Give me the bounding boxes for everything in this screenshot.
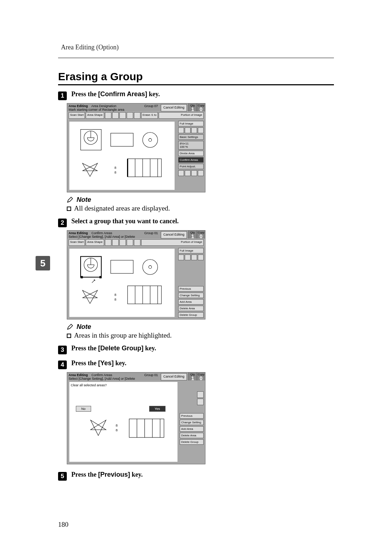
freehand-icon[interactable]	[134, 112, 140, 119]
svg-text:8: 8	[116, 423, 118, 427]
ss2-cancel-editing-button[interactable]: Cancel Editing	[161, 231, 187, 239]
ss2-area-shape-button[interactable]: Area Shape	[86, 239, 104, 246]
scroll-down-icon[interactable]	[197, 399, 204, 405]
svg-text:8: 8	[114, 293, 116, 297]
step3-suffix: key.	[143, 345, 156, 352]
ss2-delete-area-button[interactable]: Delete Area	[178, 306, 204, 311]
ss1-app-title: Area Editing	[69, 104, 88, 108]
ss1-copy-counter: Copy 0	[197, 103, 205, 111]
arrow-left-icon[interactable]	[178, 127, 184, 133]
arrow-down-icon[interactable]	[185, 254, 191, 260]
ss3-delete-area-button[interactable]: Delete Area	[180, 433, 204, 438]
ss2-copy-counter: Copy 0	[197, 231, 205, 239]
ss1-canvas[interactable]: 8 8	[69, 122, 175, 190]
step1-prefix: Press the	[72, 90, 98, 98]
polygon-icon	[127, 239, 133, 246]
header-rule	[58, 58, 334, 58]
ss2-mode: Confirm Areas	[91, 231, 112, 235]
note-1: All designated areas are displayed.	[67, 204, 334, 212]
ss3-mode: Confirm Areas	[91, 373, 112, 377]
ss1-full-image-button[interactable]: Full Image	[178, 121, 204, 126]
canvas-drawing-icon: 8 8	[69, 413, 177, 462]
step1-key: [Confirm Areas]	[98, 90, 147, 98]
step5-key: [Previous]	[98, 471, 130, 478]
oval-icon[interactable]	[119, 112, 126, 119]
step-number-icon: 2	[58, 219, 67, 227]
rounded-icon[interactable]	[112, 112, 119, 119]
svg-marker-23	[82, 290, 97, 304]
ss3-copy-counter: Copy 0	[197, 372, 205, 380]
ss2-group: Group 01	[143, 231, 159, 239]
step1-suffix: key.	[147, 90, 160, 98]
ss2-side-panel: Full Image Previous Change Setting Add A…	[177, 247, 205, 319]
ss2-portion-label: Portion of Image	[141, 239, 204, 246]
ss1-hint: Mark starting corner of Rectangle area	[69, 108, 124, 111]
ss1-mode: Area Designation	[91, 104, 117, 108]
adjust-down-icon[interactable]	[185, 170, 191, 176]
step-number-icon: 3	[58, 346, 67, 354]
ss3-app-title: Area Editing	[69, 373, 88, 377]
section-title: Erasing a Group	[58, 70, 334, 83]
note-heading-1: Note	[67, 196, 334, 204]
ss1-scan-start-button[interactable]: Scan Start	[69, 112, 85, 119]
adjust-left-icon[interactable]	[178, 170, 184, 176]
ss3-change-setting-button[interactable]: Change Setting	[180, 420, 204, 425]
ss2-previous-button[interactable]: Previous	[178, 286, 204, 292]
scroll-up-icon[interactable]	[197, 391, 204, 398]
adjust-up-icon[interactable]	[191, 170, 197, 176]
arrow-right-icon[interactable]	[198, 127, 204, 133]
svg-point-22	[149, 265, 152, 268]
note-heading-2: Note	[67, 323, 334, 331]
step5-suffix: key.	[130, 471, 143, 478]
adjust-right-icon[interactable]	[198, 170, 204, 176]
ss1-qty-counter: Qty. 1	[188, 103, 197, 111]
svg-text:8: 8	[114, 166, 116, 170]
ss2-full-image-button[interactable]: Full Image	[178, 248, 204, 253]
step-number-icon: 1	[58, 91, 67, 100]
ss3-yes-button[interactable]: Yes	[149, 406, 166, 412]
step-2: 2 Select a group that you want to cancel…	[58, 217, 334, 227]
ss2-scan-start-button[interactable]: Scan Start	[69, 239, 85, 246]
ss1-erase-button[interactable]: Erase /1 to	[141, 112, 158, 119]
arrow-down-icon[interactable]	[185, 127, 191, 133]
ss1-group: Group 07	[143, 103, 159, 111]
arrow-up-icon[interactable]	[191, 254, 197, 260]
oval-icon	[119, 239, 126, 246]
ss2-delete-group-button[interactable]: Delete Group	[178, 312, 204, 318]
ss1-divide-area-button[interactable]: Divide Area	[178, 151, 204, 156]
ss2-canvas[interactable]: 8 8	[69, 249, 175, 317]
svg-rect-18	[81, 276, 83, 278]
pencil-icon	[67, 196, 73, 203]
rectangle-icon[interactable]	[105, 112, 111, 119]
svg-text:8: 8	[114, 171, 116, 174]
svg-marker-31	[91, 420, 106, 436]
ss3-previous-button[interactable]: Previous	[180, 413, 204, 419]
ss3-no-button[interactable]: No	[76, 406, 91, 412]
ss1-area-shape-button[interactable]: Area Shape	[86, 112, 104, 119]
step-4: 4 Press the [Yes] key.	[58, 359, 334, 369]
ss3-add-area-button[interactable]: Add Area	[180, 426, 204, 432]
ss3-cancel-editing-button[interactable]: Cancel Editing	[161, 373, 187, 380]
step-3: 3 Press the [Delete Group] key.	[58, 345, 334, 354]
ss1-confirm-areas-button[interactable]: Confirm Areas	[178, 157, 204, 163]
svg-rect-7	[128, 159, 162, 177]
running-header: Area Editing (Option)	[61, 44, 334, 51]
polygon-icon[interactable]	[127, 112, 133, 119]
ss2-add-area-button[interactable]: Add Area	[178, 299, 204, 305]
canvas-drawing-icon: 8 8	[69, 122, 175, 190]
ss3-delete-group-button[interactable]: Delete Group	[180, 439, 204, 445]
ss2-qty-counter: Qty. 1	[188, 231, 197, 239]
note-2: Areas in this group are highlighted.	[67, 331, 334, 339]
ss1-toolbar: Scan Start Area Shape Erase /1 to Portio…	[67, 111, 205, 119]
freehand-icon	[134, 239, 140, 246]
ss2-change-setting-button[interactable]: Change Setting	[178, 293, 204, 298]
svg-text:8: 8	[114, 298, 116, 301]
document-page: Area Editing (Option) Erasing a Group 5 …	[0, 0, 392, 554]
ss1-basic-settings-label: Basic Settings	[178, 134, 204, 140]
ss3-dialog-panel: Clear all selected areas? No Yes	[69, 382, 177, 414]
arrow-right-icon[interactable]	[198, 254, 204, 260]
arrow-up-icon[interactable]	[191, 127, 197, 133]
arrow-left-icon[interactable]	[178, 254, 184, 260]
ss3-dialog-text: Clear all selected areas?	[71, 383, 107, 387]
ss1-cancel-editing-button[interactable]: Cancel Editing	[161, 104, 187, 111]
